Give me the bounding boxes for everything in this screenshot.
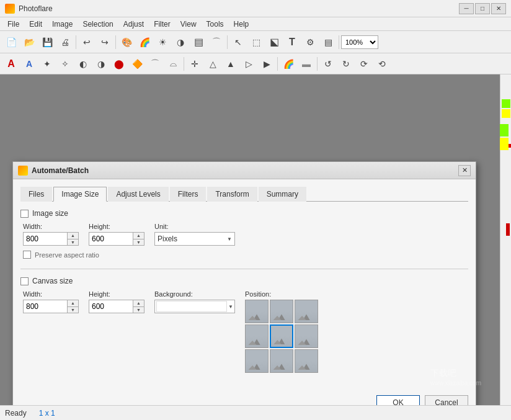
menu-adjust[interactable]: Adjust xyxy=(118,19,149,30)
hue-button[interactable]: 🌈 xyxy=(136,34,153,51)
save-button[interactable]: 💾 xyxy=(38,34,56,51)
text-button[interactable]: T xyxy=(283,34,301,51)
open-button[interactable]: 📂 xyxy=(20,34,38,51)
maximize-button[interactable]: □ xyxy=(475,3,490,14)
curves-button[interactable]: ⌒ xyxy=(208,34,225,51)
curve-r-button[interactable]: ⌓ xyxy=(164,55,182,73)
canvas-width-input[interactable] xyxy=(24,300,67,313)
refresh2-button[interactable]: ⟲ xyxy=(373,55,391,73)
rotate-r-button[interactable]: ↻ xyxy=(337,55,355,73)
image-height-input[interactable] xyxy=(89,233,133,245)
close-button[interactable]: ✕ xyxy=(491,3,506,14)
position-middle-right[interactable] xyxy=(295,324,318,348)
image-size-checkbox[interactable] xyxy=(20,210,29,218)
menu-view[interactable]: View xyxy=(176,19,202,30)
menu-image[interactable]: Image xyxy=(47,19,78,30)
menu-help[interactable]: Help xyxy=(229,19,254,30)
cancel-button[interactable]: Cancel xyxy=(425,395,468,405)
color-balance-button[interactable]: 🎨 xyxy=(118,34,135,51)
refresh-button[interactable]: ⟳ xyxy=(355,55,373,73)
levels-button[interactable]: ▤ xyxy=(190,34,207,51)
canvas-height-spinbox[interactable]: ▲ ▼ xyxy=(89,300,144,313)
font-a-button[interactable]: A xyxy=(2,55,20,73)
position-bottom-right[interactable] xyxy=(295,349,318,373)
light-button[interactable]: ✧ xyxy=(56,55,74,73)
dialog-title: Automate/Batch xyxy=(32,166,458,175)
width-up-arrow[interactable]: ▲ xyxy=(68,233,78,239)
select-button[interactable]: ↖ xyxy=(229,34,247,51)
menu-edit[interactable]: Edit xyxy=(24,19,47,30)
canvas-height-input[interactable] xyxy=(89,300,133,313)
canvas-width-up[interactable]: ▲ xyxy=(68,300,78,307)
position-middle-center[interactable] xyxy=(270,324,293,348)
position-top-center[interactable] xyxy=(270,300,293,323)
triangle2-button[interactable]: ▲ xyxy=(222,55,239,73)
tab-summary[interactable]: Summary xyxy=(259,187,306,202)
move-button[interactable]: ✛ xyxy=(186,55,203,73)
menu-filter[interactable]: Filter xyxy=(149,19,176,30)
image-size-section: Image size Width: ▲ ▼ xyxy=(20,209,468,259)
gray-button[interactable]: ▬ xyxy=(298,55,315,73)
settings-button[interactable]: ⚙ xyxy=(301,34,319,51)
ok-button[interactable]: OK xyxy=(376,395,420,405)
preserve-checkbox[interactable] xyxy=(23,251,31,259)
triangle-button[interactable]: △ xyxy=(204,55,221,73)
rect-select-button[interactable]: ⬚ xyxy=(247,34,265,51)
red-circle-button[interactable]: ⬤ xyxy=(110,55,128,73)
triangle3-button[interactable]: ▷ xyxy=(240,55,257,73)
canvas-width-spinbox[interactable]: ▲ ▼ xyxy=(23,300,79,313)
tab-image-size[interactable]: Image Size xyxy=(53,187,107,202)
position-top-right[interactable] xyxy=(295,300,318,323)
position-top-left[interactable] xyxy=(245,300,269,323)
app-icon xyxy=(5,4,15,14)
tab-adjust-levels[interactable]: Adjust Levels xyxy=(108,187,168,202)
canvas-height-up[interactable]: ▲ xyxy=(133,300,144,307)
undo-button[interactable]: ↩ xyxy=(78,34,96,51)
dialog-close-button[interactable]: ✕ xyxy=(458,165,471,176)
canvas-height-down[interactable]: ▼ xyxy=(133,307,144,313)
brightness2-button[interactable]: ✦ xyxy=(38,55,56,73)
script-button[interactable]: ▤ xyxy=(319,34,337,51)
rotate-l-button[interactable]: ↺ xyxy=(319,55,337,73)
brightness-button[interactable]: ☀ xyxy=(154,34,171,51)
new-button[interactable]: 📄 xyxy=(2,34,20,51)
unit-dropdown[interactable]: Pixels ▼ xyxy=(154,232,235,246)
lasso-button[interactable]: ⬕ xyxy=(265,34,283,51)
font-a2-button[interactable]: A xyxy=(20,55,38,73)
minimize-button[interactable]: ─ xyxy=(459,3,474,14)
menu-selection[interactable]: Selection xyxy=(78,19,118,30)
position-bottom-center[interactable] xyxy=(270,349,293,373)
bg-dropdown[interactable]: ▼ xyxy=(154,300,235,313)
position-bottom-left[interactable] xyxy=(245,349,269,373)
tab-transform[interactable]: Transform xyxy=(207,187,257,202)
height-up-arrow[interactable]: ▲ xyxy=(133,233,144,239)
curve-l-button[interactable]: ⌒ xyxy=(146,55,164,73)
image-width-spinbox[interactable]: ▲ ▼ xyxy=(23,232,79,246)
contrast2-button[interactable]: ◐ xyxy=(74,55,92,73)
contrast3-button[interactable]: ◑ xyxy=(92,55,110,73)
contrast-button[interactable]: ◑ xyxy=(172,34,189,51)
image-height-spinbox[interactable]: ▲ ▼ xyxy=(89,232,144,246)
color-red[interactable] xyxy=(509,144,512,148)
canvas-size-checkbox[interactable] xyxy=(20,277,29,285)
position-group: Position: xyxy=(245,290,318,373)
triangle4-button[interactable]: ▶ xyxy=(258,55,275,73)
position-middle-left[interactable] xyxy=(245,324,269,348)
color-yellow[interactable] xyxy=(502,109,510,118)
tab-files[interactable]: Files xyxy=(20,187,52,202)
canvas-width-down[interactable]: ▼ xyxy=(68,307,78,313)
redo-button[interactable]: ↪ xyxy=(96,34,113,51)
color-green[interactable] xyxy=(502,99,510,108)
multicolor-button[interactable]: 🔶 xyxy=(128,55,146,73)
width-down-arrow[interactable]: ▼ xyxy=(68,239,78,246)
tab-filters[interactable]: Filters xyxy=(170,187,207,202)
menu-tools[interactable]: Tools xyxy=(202,19,229,30)
zoom-select[interactable]: 100% 50% 200% xyxy=(341,35,378,49)
print-button[interactable]: 🖨 xyxy=(56,34,74,51)
preserve-label: Preserve aspect ratio xyxy=(35,251,99,259)
image-width-input[interactable] xyxy=(24,233,67,245)
menu-file[interactable]: File xyxy=(2,19,24,30)
height-down-arrow[interactable]: ▼ xyxy=(133,239,144,246)
color-strip-button[interactable]: 🌈 xyxy=(280,55,297,73)
status-coords: 1 x 1 xyxy=(39,409,55,418)
